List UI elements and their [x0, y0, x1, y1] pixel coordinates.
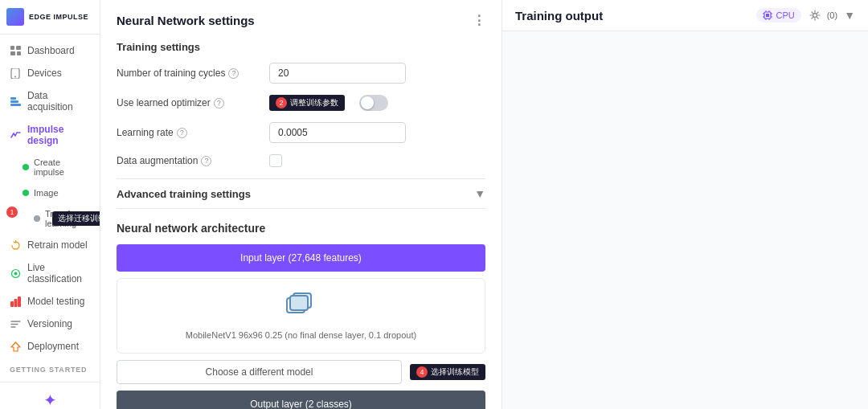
retrain-icon — [10, 239, 21, 251]
deploy-icon — [10, 341, 21, 352]
sidebar-item-create-impulse[interactable]: Create impulse — [0, 152, 100, 182]
learning-rate-label: Learning rate ? — [117, 127, 261, 138]
advanced-label: Advanced training settings — [117, 188, 251, 200]
logo-area: EDGE IMPULSE — [0, 0, 100, 35]
optimizer-annotation: 2 调整训练参数 — [269, 95, 345, 111]
choose-model-annotation: 4 选择训练模型 — [410, 364, 485, 380]
badge-1: 1 — [6, 207, 18, 218]
learned-optimizer-label: Use learned optimizer ? — [117, 97, 261, 108]
live-icon — [10, 268, 21, 279]
svg-point-10 — [14, 272, 17, 275]
sidebar-item-retrain-model[interactable]: Retrain model — [0, 234, 100, 256]
right-panel-body — [502, 31, 868, 409]
sidebar-item-label: Deployment — [27, 341, 79, 352]
data-augmentation-label: Data augmentation ? — [117, 155, 261, 166]
sidebar-item-image[interactable]: Image — [0, 182, 100, 203]
data-augmentation-checkbox[interactable] — [269, 154, 282, 167]
training-settings-label: Training settings — [117, 41, 485, 53]
main-area: Neural Network settings ⋮ Training setti… — [100, 0, 868, 409]
settings-icon[interactable] — [809, 10, 821, 21]
left-panel: Neural Network settings ⋮ Training setti… — [100, 0, 502, 409]
svg-rect-0 — [10, 46, 14, 50]
right-controls: (0) ▼ — [809, 9, 855, 22]
model-icon — [285, 292, 317, 325]
dot-icon — [23, 190, 29, 196]
sidebar-item-impulse-design[interactable]: Impulse design — [0, 118, 100, 152]
learned-optimizer-help-icon[interactable]: ? — [214, 98, 224, 108]
data-augmentation-help-icon[interactable]: ? — [201, 156, 211, 166]
learned-optimizer-toggle[interactable] — [359, 95, 388, 111]
sidebar-item-label: Impulse design — [27, 124, 90, 146]
training-cycles-label: Number of training cycles ? — [117, 67, 261, 79]
training-output-title: Training output — [515, 9, 748, 22]
cpu-badge: CPU — [756, 8, 800, 22]
more-options-button[interactable]: ⋮ — [473, 13, 485, 28]
getting-started-label: GETTING STARTED — [0, 358, 100, 377]
panel-title: Neural Network settings — [117, 14, 255, 27]
svg-rect-6 — [10, 104, 21, 106]
data-icon — [10, 96, 21, 107]
dashboard-icon — [10, 45, 21, 56]
sidebar-item-devices[interactable]: Devices — [0, 62, 100, 84]
sidebar-item-label: Dashboard — [27, 45, 75, 56]
sidebar-item-label: Image — [34, 188, 59, 198]
controls-count: (0) — [827, 10, 837, 20]
impulse-icon — [10, 129, 21, 141]
learning-rate-help-icon[interactable]: ? — [177, 128, 187, 138]
svg-rect-8 — [10, 97, 16, 100]
sidebar-nav: Dashboard Devices Data acquisition Impul… — [0, 35, 100, 382]
annotation-badge-2: 2 — [276, 97, 287, 108]
transfer-learning-tooltip: 选择迁移训练 — [52, 211, 100, 226]
toggle-knob — [361, 96, 374, 109]
training-cycles-input[interactable] — [269, 63, 406, 84]
svg-point-5 — [14, 76, 16, 77]
sidebar-item-data-acquisition[interactable]: Data acquisition — [0, 84, 100, 118]
svg-rect-7 — [10, 100, 18, 103]
panel-title-row: Neural Network settings ⋮ — [117, 13, 485, 28]
sidebar-item-live-classification[interactable]: Live classification — [0, 256, 100, 290]
sidebar-item-model-testing[interactable]: Model testing — [0, 290, 100, 313]
output-chevron-icon[interactable]: ▼ — [844, 9, 855, 22]
svg-rect-16 — [290, 296, 308, 310]
enterprise-star-icon: ✦ — [8, 391, 92, 409]
sidebar-item-label: Data acquisition — [27, 90, 90, 112]
choose-model-row: Choose a different model 4 选择训练模型 — [117, 360, 485, 384]
advanced-settings-row[interactable]: Advanced training settings ▼ — [117, 178, 485, 209]
data-augmentation-row: Data augmentation ? — [117, 154, 485, 167]
advanced-chevron-icon[interactable]: ▼ — [474, 187, 485, 200]
input-layer-bar: Input layer (27,648 features) — [117, 244, 485, 272]
svg-rect-13 — [18, 297, 21, 307]
output-layer-bar: Output layer (2 classes) — [117, 391, 485, 409]
svg-rect-12 — [14, 299, 17, 307]
sidebar-item-label: Create impulse — [34, 157, 90, 177]
choose-model-button[interactable]: Choose a different model — [117, 360, 402, 384]
architecture-title: Neural network architecture — [117, 222, 485, 235]
sidebar-item-label: Versioning — [27, 318, 72, 329]
learning-rate-input[interactable] — [269, 122, 406, 143]
right-panel-header: Training output CPU — [502, 0, 868, 31]
right-panel: Training output CPU — [502, 0, 868, 409]
sidebar-item-transfer-learning[interactable]: 1 Transfer learning 选择迁移训练 — [0, 203, 100, 234]
sidebar-item-label: Retrain model — [27, 239, 88, 251]
sidebar-item-dashboard[interactable]: Dashboard — [0, 39, 100, 62]
test-icon — [10, 296, 21, 307]
learned-optimizer-row: Use learned optimizer ? 2 调整训练参数 — [117, 95, 485, 111]
training-cycles-row: Number of training cycles ? — [117, 63, 485, 84]
sidebar-item-versioning[interactable]: Versioning — [0, 313, 100, 335]
devices-icon — [10, 67, 21, 79]
sidebar-item-label: Model testing — [27, 296, 84, 307]
svg-rect-3 — [17, 51, 21, 55]
logo-icon — [6, 8, 24, 26]
dot-icon — [34, 215, 40, 222]
training-cycles-help-icon[interactable]: ? — [228, 68, 239, 79]
cpu-label: CPU — [776, 10, 794, 20]
model-name: MobileNetV1 96x96 0.25 (no final dense l… — [186, 330, 416, 340]
logo-text: EDGE IMPULSE — [29, 13, 88, 22]
enterprise-box: ✦ Try Enterprise Free Get access to high… — [0, 382, 100, 409]
version-icon — [10, 318, 21, 329]
svg-rect-18 — [766, 14, 769, 17]
svg-rect-2 — [10, 51, 15, 55]
model-card: MobileNetV1 96x96 0.25 (no final dense l… — [117, 278, 485, 354]
learning-rate-row: Learning rate ? — [117, 122, 485, 143]
sidebar-item-deployment[interactable]: Deployment — [0, 335, 100, 358]
